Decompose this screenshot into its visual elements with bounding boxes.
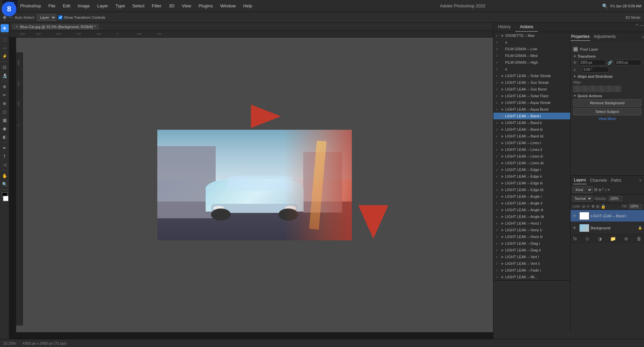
zoom-tool[interactable]: 🔍 xyxy=(1,180,9,188)
transform-chevron[interactable]: ▼ xyxy=(573,55,576,58)
rect-select-tool[interactable]: ⬚ xyxy=(1,35,9,43)
menu-type[interactable]: Type xyxy=(112,2,128,10)
tab-adjustments[interactable]: Adjustments xyxy=(593,33,616,41)
lasso-tool[interactable]: ⌓ xyxy=(1,44,9,52)
action-expand[interactable]: ▶ xyxy=(501,94,504,98)
lock-artboard-icon[interactable]: ⊞ xyxy=(596,204,599,209)
layer-visibility-icon[interactable]: 👁 xyxy=(573,214,578,218)
layer-adjustment-icon[interactable]: ◑ xyxy=(598,236,602,241)
tab-properties[interactable]: Properties xyxy=(571,33,590,41)
action-expand[interactable]: ▶ xyxy=(501,208,504,212)
layer-delete-icon[interactable]: 🗑 xyxy=(637,236,641,241)
menu-edit[interactable]: Edit xyxy=(59,2,73,10)
layer-visibility-icon[interactable]: 👁 xyxy=(573,226,578,230)
move-tool[interactable]: ✥ xyxy=(1,24,9,32)
action-expand[interactable]: ▶ xyxy=(501,222,504,225)
menu-3d[interactable]: 3D xyxy=(165,2,178,10)
opacity-input[interactable] xyxy=(609,196,622,201)
layer-background[interactable]: 👁 Background 🔒 xyxy=(571,222,644,234)
menu-window[interactable]: Window xyxy=(217,2,239,10)
hand-tool[interactable]: ✋ xyxy=(1,172,9,180)
kind-filter[interactable]: Kind xyxy=(573,186,593,193)
menu-filter[interactable]: Filter xyxy=(149,2,165,10)
action-expand[interactable]: ▶ xyxy=(501,269,504,272)
action-expand[interactable]: ▶ xyxy=(501,121,504,124)
action-expand[interactable]: ▶ xyxy=(501,262,504,265)
layer-mask-icon[interactable]: ⊙ xyxy=(585,236,589,241)
spot-heal-tool[interactable]: ⊕ xyxy=(1,82,9,91)
action-expand[interactable]: ▶ xyxy=(501,195,504,198)
menu-layer[interactable]: Layer xyxy=(94,2,112,10)
action-expand[interactable]: ▶ xyxy=(501,134,504,138)
action-expand[interactable]: ▶ xyxy=(501,101,504,104)
menu-view[interactable]: View xyxy=(178,2,195,10)
align-center-h[interactable]: ⬛ xyxy=(581,86,589,92)
view-more-link[interactable]: View More xyxy=(573,117,641,121)
pen-tool[interactable]: ✒ xyxy=(1,144,9,152)
action-expand[interactable]: ▶ xyxy=(501,128,504,131)
height-input[interactable] xyxy=(614,60,641,65)
action-expand[interactable]: ▶ xyxy=(501,248,504,252)
fill-input[interactable] xyxy=(629,204,642,209)
eraser-tool[interactable]: ◻ xyxy=(1,108,9,116)
action-expand[interactable]: ▶ xyxy=(501,141,504,144)
menu-select[interactable]: Select xyxy=(129,2,148,10)
pixel-filter-icon[interactable]: 🖼 xyxy=(594,188,597,191)
tab-history[interactable]: History xyxy=(493,23,515,32)
action-expand[interactable]: ▶ xyxy=(501,215,504,218)
auto-select-dropdown[interactable]: Layer xyxy=(37,14,56,21)
action-expand[interactable]: ▶ xyxy=(501,228,504,232)
action-expand[interactable]: ▶ xyxy=(501,181,504,185)
tab-actions[interactable]: Actions xyxy=(515,23,538,32)
type-filter-icon[interactable]: T xyxy=(602,188,604,191)
action-expand[interactable]: ▶ xyxy=(501,74,504,77)
action-expand[interactable]: ▶ xyxy=(501,148,504,151)
menu-file[interactable]: File xyxy=(45,2,59,10)
action-expand[interactable]: ▶ xyxy=(501,168,504,171)
action-expand[interactable]: ▶ xyxy=(501,88,504,91)
transform-controls-checkbox[interactable] xyxy=(58,15,62,19)
lock-transparent-icon[interactable]: ⊘ xyxy=(582,204,585,209)
action-expand[interactable]: ▶ xyxy=(501,81,504,84)
lock-all-icon[interactable]: 🔒 xyxy=(601,204,606,209)
blur-tool[interactable]: ◉ xyxy=(1,124,9,132)
action-expand[interactable]: ▶ xyxy=(501,235,504,238)
document-canvas[interactable] xyxy=(157,130,352,240)
action-expand[interactable]: ▶ xyxy=(501,34,504,37)
remove-background-btn[interactable]: Remove Background xyxy=(573,99,641,107)
align-bottom[interactable]: ⬛ xyxy=(613,86,621,92)
tab-close[interactable]: ✕ xyxy=(15,25,18,28)
qa-chevron[interactable]: ▼ xyxy=(573,94,576,98)
action-expand[interactable]: ▶ xyxy=(501,255,504,258)
dodge-tool[interactable]: ◐ xyxy=(1,133,9,141)
background-color[interactable] xyxy=(3,196,8,201)
link-icon[interactable]: 🔗 xyxy=(607,60,612,65)
align-right[interactable]: ⬛ xyxy=(589,86,597,92)
tab-channels[interactable]: Channels xyxy=(589,177,608,184)
action-expand[interactable]: ▶ xyxy=(501,201,504,205)
gradient-tool[interactable]: ▦ xyxy=(1,116,9,124)
layer-band-i[interactable]: 👁 LIGHT LEAK – Band i xyxy=(571,210,644,222)
action-expand[interactable]: ▶ xyxy=(501,175,504,178)
action-expand[interactable]: ▶ xyxy=(501,188,504,191)
menu-help[interactable]: Help xyxy=(240,2,256,10)
menu-image[interactable]: Image xyxy=(74,2,93,10)
action-expand[interactable]: ▶ xyxy=(501,275,504,279)
action-expand[interactable]: ▶ xyxy=(501,161,504,165)
magic-wand-tool[interactable]: ⚡ xyxy=(1,52,9,60)
tab-layers[interactable]: Layers xyxy=(573,176,587,184)
clone-stamp-tool[interactable]: ⊗ xyxy=(1,99,9,107)
document-tab[interactable]: ✕ Blue-Car.jpg @ 33.3% (Background, RGB/… xyxy=(12,24,99,30)
tab-paths[interactable]: Paths xyxy=(610,177,622,184)
brush-tool[interactable]: ✏ xyxy=(1,91,9,99)
action-expand[interactable]: ▶ xyxy=(501,242,504,245)
search-icon[interactable]: 🔍 xyxy=(602,3,608,9)
action-expand[interactable]: ▶ xyxy=(501,114,504,118)
layer-new-icon[interactable]: ⊕ xyxy=(624,236,628,241)
lock-move-icon[interactable]: ✥ xyxy=(591,204,595,209)
align-chevron[interactable]: ▼ xyxy=(573,75,576,78)
action-expand[interactable]: ▶ xyxy=(501,155,504,158)
select-subject-btn[interactable]: Select Subject xyxy=(573,108,641,115)
eyedropper-tool[interactable]: 🔬 xyxy=(1,71,9,79)
lock-paint-icon[interactable]: ✏ xyxy=(587,204,590,209)
